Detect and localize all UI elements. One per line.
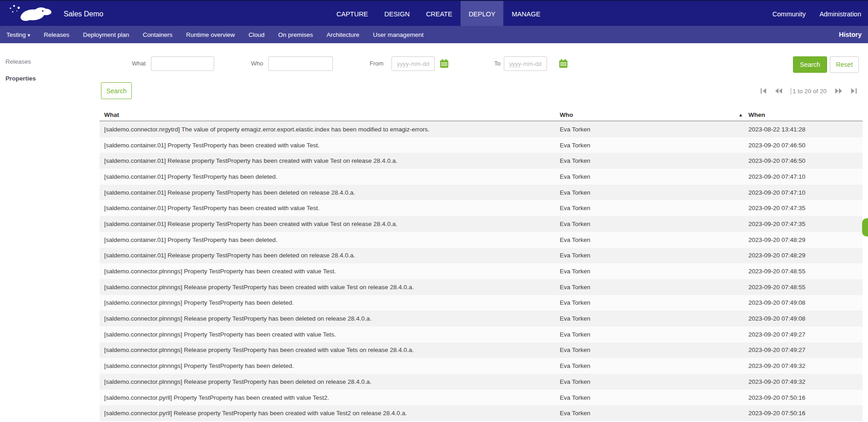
cell-who: Eva Torken [560,236,748,243]
next-page-button[interactable] [835,88,842,94]
table-row[interactable]: [saldemo.connector.plnnngs] Property Tes… [100,295,863,311]
table-row[interactable]: [saldemo.container.01] Release property … [100,153,863,169]
cell-who: Eva Torken [560,252,748,259]
table-row[interactable]: [saldemo.connector.pyrll] Property TestP… [100,390,863,406]
table-row[interactable]: [saldemo.connector.plnnngs] Release prop… [100,279,863,295]
cell-who: Eva Torken [560,205,748,211]
pagination: 1 to 20 of 20 [761,85,857,96]
cell-what: [saldemo.connector.plnnngs] Property Tes… [100,268,560,275]
calendar-icon [440,59,448,68]
sub-nav-item-user-management[interactable]: User management [373,31,423,38]
cell-who: Eva Torken [560,173,748,180]
cell-when: 2023-09-20 07:50:16 [748,394,863,401]
sidebar-item-releases[interactable]: Releases [0,53,93,70]
cell-who: Eva Torken [560,347,748,353]
top-nav-item-create[interactable]: CREATE [418,1,461,27]
cell-what: [saldemo.container.01] Release property … [100,252,560,259]
top-nav-item-design[interactable]: DESIGN [376,1,418,27]
table-row[interactable]: [saldemo.connector.plnnngs] Property Tes… [100,358,863,374]
feedback-side-tab[interactable] [862,218,868,236]
from-date-input[interactable] [391,56,435,71]
sub-nav-item-cloud[interactable]: Cloud [249,31,265,38]
table-row[interactable]: [saldemo.connector.plnnngs] Property Tes… [100,327,863,342]
table-row[interactable]: [saldemo.container.01] Property TestProp… [100,169,863,185]
cell-what: [saldemo.connector.plnnngs] Release prop… [100,284,560,291]
last-page-button[interactable] [851,88,857,94]
from-calendar-button[interactable] [440,59,448,68]
who-input[interactable] [268,56,333,71]
top-nav-item-manage[interactable]: MANAGE [503,1,548,27]
next-page-icon [835,88,842,94]
search-button[interactable]: Search [793,56,827,73]
sub-nav-item-containers[interactable]: Containers [143,31,172,38]
cell-what: [saldemo.connector.pyrll] Release proper… [100,410,560,417]
reset-button[interactable]: Reset [830,56,859,73]
first-page-button[interactable] [761,88,767,94]
to-calendar-button[interactable] [559,59,567,68]
cell-when: 2023-09-20 07:48:29 [748,236,863,243]
history-table: What Who ▲ When [saldemo.connector.nrgyt… [100,109,863,421]
sidebar-item-properties[interactable]: Properties [0,70,93,87]
sub-nav-item-deployment-plan[interactable]: Deployment plan [83,31,129,38]
sidebar: ReleasesProperties [0,43,93,422]
column-header-when[interactable]: When [748,111,863,118]
table-row[interactable]: [saldemo.connector.plnnngs] Release prop… [100,374,863,390]
table-row[interactable]: [saldemo.container.01] Release property … [100,185,863,201]
cell-what: [saldemo.container.01] Property TestProp… [100,142,560,149]
search-secondary-button[interactable]: Search [101,82,132,99]
cell-who: Eva Torken [560,394,748,401]
cell-what: [saldemo.connector.plnnngs] Release prop… [100,315,560,322]
cell-when: 2023-08-22 13:41:28 [748,126,863,133]
table-row[interactable]: [saldemo.connector.plnnngs] Release prop… [100,342,863,358]
column-header-who-label: Who [560,111,573,118]
cell-when: 2023-09-20 07:49:08 [748,299,863,306]
cell-what: [saldemo.container.01] Release property … [100,221,560,227]
app-title: Sales Demo [64,1,103,27]
table-row[interactable]: [saldemo.connector.nrgytrd] The value of… [100,121,863,137]
top-nav-item-deploy[interactable]: DEPLOY [461,1,504,27]
table-row[interactable]: [saldemo.container.01] Release property … [100,248,863,264]
cell-what: [saldemo.container.01] Property TestProp… [100,173,560,180]
cell-when: 2023-09-20 07:47:35 [748,205,863,211]
to-label: To [494,60,501,67]
cell-who: Eva Torken [560,299,748,306]
prev-page-button[interactable] [775,88,782,94]
sub-nav-item-testing[interactable]: Testing▾ [6,31,30,38]
top-nav-item-administration[interactable]: Administration [813,1,868,27]
cell-who: Eva Torken [560,142,748,149]
sub-nav-item-releases[interactable]: Releases [44,31,69,38]
pagination-range[interactable]: 1 to 20 of 20 [791,88,827,95]
cell-who: Eva Torken [560,221,748,227]
cell-what: [saldemo.container.01] Property TestProp… [100,236,560,243]
cell-when: 2023-09-20 07:48:55 [748,284,863,291]
table-header: What Who ▲ When [100,109,863,121]
top-nav-item-capture[interactable]: CAPTURE [328,1,376,27]
table-row[interactable]: [saldemo.connector.plnnngs] Property Tes… [100,263,863,279]
table-body: [saldemo.connector.nrgytrd] The value of… [100,121,863,421]
sub-nav-item-architecture[interactable]: Architecture [326,31,359,38]
table-row[interactable]: [saldemo.connector.pyrll] Release proper… [100,405,863,421]
top-nav: CAPTUREDESIGNCREATEDEPLOYMANAGE [328,1,548,27]
cell-when: 2023-09-20 07:48:55 [748,268,863,275]
what-input[interactable] [151,56,214,71]
cell-who: Eva Torken [560,284,748,291]
sub-nav-item-runtime-overview[interactable]: Runtime overview [186,31,235,38]
cell-what: [saldemo.connector.pyrll] Property TestP… [100,394,560,401]
cell-who: Eva Torken [560,157,748,164]
sub-nav-item-on-premises[interactable]: On premises [278,31,313,38]
last-page-icon [851,88,857,94]
table-row[interactable]: [saldemo.container.01] Property TestProp… [100,137,863,153]
cell-what: [saldemo.connector.nrgytrd] The value of… [100,126,560,133]
who-label: Who [251,60,263,67]
top-nav-item-community[interactable]: Community [766,1,813,27]
table-row[interactable]: [saldemo.container.01] Property TestProp… [100,232,863,248]
table-row[interactable]: [saldemo.connector.plnnngs] Release prop… [100,311,863,327]
column-header-what[interactable]: What [100,111,560,118]
from-label: From [370,60,383,67]
table-row[interactable]: [saldemo.container.01] Release property … [100,216,863,232]
table-row[interactable]: [saldemo.container.01] Property TestProp… [100,200,863,216]
emagiz-logo[interactable] [6,3,55,25]
column-header-who[interactable]: Who ▲ [560,111,748,118]
cell-what: [saldemo.connector.plnnngs] Release prop… [100,378,560,385]
to-date-input[interactable] [504,56,547,71]
